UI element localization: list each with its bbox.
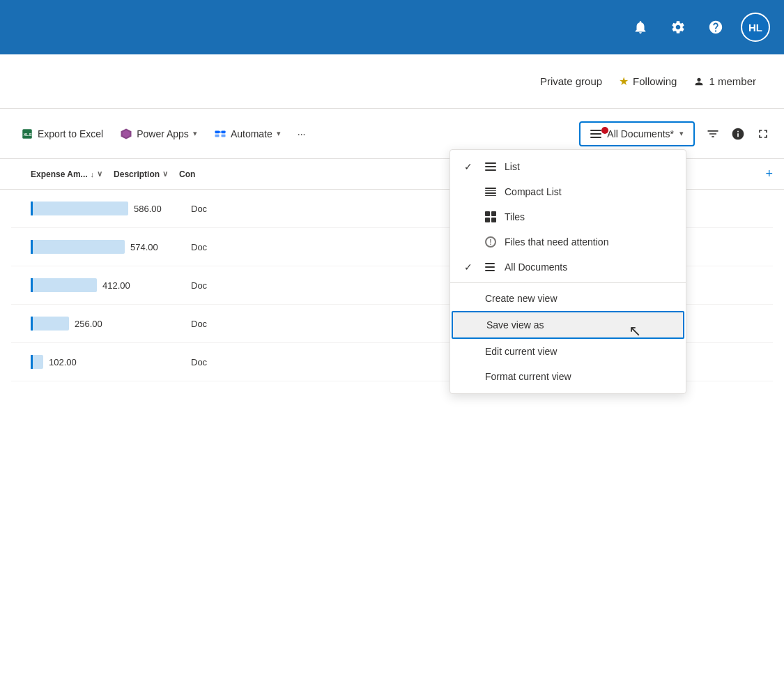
- export-to-excel-button[interactable]: XLS Export to Excel: [14, 123, 110, 144]
- star-icon: ★: [619, 75, 629, 88]
- export-label: Export to Excel: [38, 128, 103, 139]
- powerapps-icon: [120, 128, 132, 140]
- dropdown-item-files-attention[interactable]: ! Files that need attention: [450, 229, 686, 255]
- more-button[interactable]: ···: [291, 124, 313, 144]
- view-dropdown-menu: ✓ List Compact List Tiles ! File: [449, 149, 686, 394]
- desc-cell: Doc: [185, 239, 311, 255]
- members-item[interactable]: 1 member: [693, 75, 756, 87]
- info-icon: [731, 127, 745, 141]
- powerapps-chevron: ▾: [193, 129, 197, 138]
- help-icon[interactable]: [703, 15, 728, 40]
- expand-button[interactable]: [756, 127, 770, 141]
- following-label: Following: [633, 75, 677, 87]
- expense-bar-wrap: 102.00: [31, 355, 180, 369]
- dropdown-item-format-view[interactable]: Format current view: [450, 364, 686, 389]
- col-header-expense[interactable]: Expense Am... ↓ ∨: [25, 167, 108, 182]
- col-header-desc[interactable]: Description ∨: [108, 167, 174, 182]
- modified-dot: [601, 127, 608, 134]
- list-icon: [485, 162, 496, 171]
- desc-cell: Doc: [185, 278, 311, 294]
- expense-bar-wrap: 574.00: [31, 240, 180, 254]
- files-attention-label: Files that need attention: [505, 236, 608, 248]
- avatar[interactable]: HL: [741, 13, 770, 42]
- con-col-label: Con: [179, 169, 195, 179]
- expense-bar: [31, 355, 43, 369]
- dropdown-item-compact-list[interactable]: Compact List: [450, 179, 686, 204]
- desc-cell: Doc: [185, 201, 311, 217]
- members-label: 1 member: [709, 75, 756, 87]
- filter-icon: [706, 127, 720, 141]
- compact-list-icon: [485, 188, 496, 196]
- automate-label: Automate: [231, 128, 272, 139]
- con-cell: [311, 206, 381, 211]
- dropdown-item-save-view-as[interactable]: Save view as ↖: [452, 311, 684, 339]
- save-view-as-label: Save view as: [486, 319, 544, 331]
- expense-cell: 256.00: [25, 314, 185, 333]
- toolbar: XLS Export to Excel Power Apps ▾ Automat…: [0, 109, 784, 159]
- all-documents-button[interactable]: All Documents* ▾: [579, 121, 695, 146]
- expense-cell: 586.00: [25, 199, 185, 218]
- info-button[interactable]: [731, 127, 745, 141]
- expense-bar: [31, 317, 69, 331]
- groupbar: Private group ★ Following 1 member: [0, 54, 784, 109]
- bell-icon[interactable]: [628, 15, 653, 40]
- attention-icon: !: [485, 236, 496, 248]
- powerapps-label: Power Apps: [137, 128, 189, 139]
- automate-icon: [214, 128, 226, 140]
- power-apps-button[interactable]: Power Apps ▾: [113, 123, 204, 144]
- desc-cell: Doc: [185, 316, 311, 332]
- private-group-text: Private group: [540, 75, 602, 87]
- check-icon-all-docs: ✓: [464, 261, 477, 273]
- automate-button[interactable]: Automate ▾: [207, 123, 288, 144]
- con-cell: [311, 244, 381, 250]
- sort-filter-icon: ∨: [97, 169, 102, 179]
- topbar: HL: [0, 0, 784, 54]
- add-column-button[interactable]: +: [765, 167, 773, 181]
- dropdown-item-edit-view[interactable]: Edit current view: [450, 339, 686, 364]
- format-view-label: Format current view: [485, 371, 571, 382]
- con-cell: [311, 321, 381, 326]
- all-docs-menu-label: All Documents: [505, 261, 567, 273]
- tiles-label: Tiles: [505, 211, 525, 222]
- all-docs-label: All Documents*: [607, 128, 674, 139]
- desc-chevron: ∨: [162, 169, 168, 179]
- expense-bar-wrap: 412.00: [31, 278, 180, 292]
- list-label: List: [505, 161, 520, 172]
- expense-bar-wrap: 256.00: [31, 317, 180, 331]
- desc-col-label: Description: [114, 169, 160, 179]
- col-header-con[interactable]: Con: [174, 167, 201, 182]
- expense-value: 102.00: [49, 357, 77, 367]
- expense-bar: [31, 278, 97, 292]
- expense-cell: 574.00: [25, 237, 185, 257]
- cursor-pointer: ↖: [629, 322, 641, 340]
- expense-cell: 102.00: [25, 352, 185, 372]
- edit-view-label: Edit current view: [485, 346, 557, 357]
- list-lines-icon: [590, 130, 601, 138]
- filter-button[interactable]: [706, 127, 720, 141]
- expense-value: 256.00: [75, 319, 102, 329]
- compact-list-label: Compact List: [505, 186, 562, 197]
- con-cell: [311, 359, 381, 365]
- sort-desc-icon: ↓: [91, 170, 95, 179]
- automate-chevron: ▾: [277, 129, 281, 138]
- expense-bar: [31, 202, 128, 215]
- person-icon: [693, 76, 705, 87]
- svg-text:XLS: XLS: [24, 132, 32, 137]
- excel-icon: XLS: [21, 128, 33, 140]
- dropdown-item-create-view[interactable]: Create new view: [450, 286, 686, 311]
- following-item[interactable]: ★ Following: [619, 75, 677, 88]
- con-cell: [311, 282, 381, 288]
- dropdown-item-list[interactable]: ✓ List: [450, 154, 686, 179]
- tiles-icon: [485, 211, 496, 222]
- create-view-label: Create new view: [485, 293, 558, 304]
- all-docs-lines-icon: [485, 263, 495, 271]
- desc-cell: Doc: [185, 354, 311, 370]
- svg-rect-6: [215, 134, 219, 137]
- dropdown-item-all-docs[interactable]: ✓ All Documents: [450, 255, 686, 280]
- dropdown-item-tiles[interactable]: Tiles: [450, 204, 686, 229]
- expand-icon: [756, 127, 770, 141]
- expense-value: 586.00: [134, 204, 162, 214]
- check-icon-list: ✓: [464, 161, 477, 172]
- more-label: ···: [298, 128, 306, 139]
- settings-icon[interactable]: [666, 15, 691, 40]
